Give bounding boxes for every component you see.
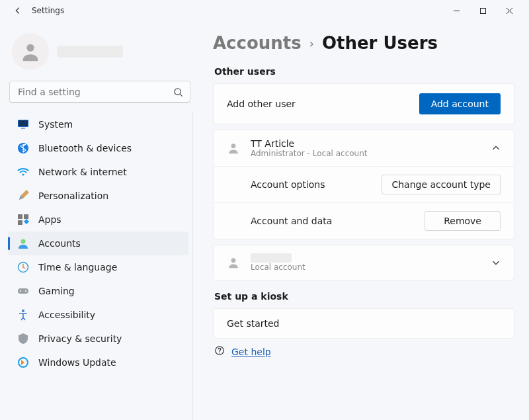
svg-rect-10 <box>18 220 22 225</box>
sidebar-item-accessibility[interactable]: Accessibility <box>8 303 188 327</box>
svg-rect-5 <box>21 128 25 129</box>
user-subtitle: Local account <box>251 263 305 272</box>
sidebar-item-network[interactable]: Network & internet <box>8 160 188 184</box>
sidebar-item-privacy[interactable]: Privacy & security <box>8 327 188 351</box>
sidebar-item-label: Time & language <box>38 262 117 273</box>
user-name: TT Article <box>251 138 367 149</box>
minimize-button[interactable] <box>443 1 469 20</box>
svg-rect-0 <box>480 8 485 13</box>
person-icon <box>227 256 240 269</box>
sidebar-item-label: Gaming <box>38 286 75 296</box>
user-subtitle: Administrator - Local account <box>251 149 367 158</box>
sidebar-item-system[interactable]: System <box>8 112 188 136</box>
sidebar-item-gaming[interactable]: Gaming <box>8 279 188 303</box>
search-icon <box>173 87 183 97</box>
sidebar-item-personalization[interactable]: Personalization <box>8 184 188 208</box>
svg-point-1 <box>26 44 34 52</box>
person-icon <box>19 40 42 63</box>
user-row-second[interactable]: Local account <box>214 245 514 280</box>
remove-button[interactable]: Remove <box>425 211 501 231</box>
sidebar-item-label: Privacy & security <box>38 333 122 344</box>
bluetooth-icon <box>17 142 29 154</box>
sidebar-item-bluetooth[interactable]: Bluetooth & devices <box>8 136 188 160</box>
sidebar-item-label: Accounts <box>38 238 81 249</box>
svg-point-19 <box>231 258 236 263</box>
display-icon <box>17 118 29 130</box>
svg-point-16 <box>22 310 24 312</box>
accounts-icon <box>17 237 29 249</box>
user-row-tt-article[interactable]: TT Article Administrator - Local account <box>214 130 514 166</box>
change-account-type-button[interactable]: Change account type <box>382 175 501 194</box>
sidebar-item-label: Accessibility <box>38 310 95 320</box>
clock-globe-icon <box>17 261 29 273</box>
profile-name-redacted <box>57 46 123 58</box>
svg-rect-8 <box>18 214 22 219</box>
accessibility-icon <box>17 309 29 321</box>
profile-header[interactable] <box>8 28 193 81</box>
sidebar-item-label: Windows Update <box>38 357 116 368</box>
page-title: Other Users <box>322 33 438 53</box>
kiosk-label: Get started <box>227 318 280 329</box>
sidebar-item-label: Personalization <box>38 190 108 201</box>
sidebar-item-label: Network & internet <box>38 167 127 177</box>
add-account-button[interactable]: Add account <box>419 93 501 114</box>
gamepad-icon <box>17 285 29 297</box>
svg-rect-4 <box>19 120 28 126</box>
add-other-user-label: Add other user <box>227 99 296 109</box>
section-kiosk: Set up a kiosk <box>214 291 514 302</box>
window-title: Settings <box>32 6 64 15</box>
breadcrumb-root[interactable]: Accounts <box>213 33 302 53</box>
svg-rect-13 <box>18 288 28 294</box>
maximize-button[interactable] <box>469 1 496 20</box>
sidebar-item-label: Bluetooth & devices <box>38 143 132 153</box>
avatar <box>12 33 49 70</box>
shield-icon <box>17 333 29 345</box>
close-button[interactable] <box>496 1 522 20</box>
svg-point-21 <box>219 353 220 353</box>
maximize-icon <box>479 7 487 15</box>
update-icon <box>17 357 29 368</box>
sidebar-item-label: Apps <box>38 214 61 225</box>
apps-icon <box>17 214 29 226</box>
svg-point-15 <box>25 290 26 292</box>
help-icon <box>214 345 225 358</box>
svg-rect-9 <box>24 214 28 219</box>
chevron-down-icon <box>491 258 501 267</box>
person-icon <box>227 142 240 155</box>
close-icon <box>506 7 513 15</box>
svg-point-18 <box>231 144 236 148</box>
account-options-label: Account options <box>251 179 325 190</box>
account-and-data-label: Account and data <box>251 216 332 226</box>
sidebar-item-accounts[interactable]: Accounts <box>8 231 188 255</box>
sidebar-item-apps[interactable]: Apps <box>8 208 188 231</box>
svg-point-2 <box>175 88 181 94</box>
user-name-redacted <box>251 253 292 263</box>
search-input[interactable] <box>17 86 173 98</box>
search-settings[interactable] <box>9 81 190 103</box>
chevron-up-icon <box>491 144 501 153</box>
sidebar-item-windows-update[interactable]: Windows Update <box>8 351 188 374</box>
kiosk-get-started[interactable]: Get started <box>214 309 514 338</box>
sidebar-item-time[interactable]: Time & language <box>8 255 188 279</box>
breadcrumb: Accounts › Other Users <box>213 33 514 53</box>
section-other-users: Other users <box>214 66 514 77</box>
chevron-right-icon: › <box>309 36 314 50</box>
minimize-icon <box>453 7 460 15</box>
sidebar-item-label: System <box>38 119 73 130</box>
svg-point-14 <box>20 290 21 292</box>
arrow-left-icon <box>13 6 22 15</box>
svg-point-11 <box>21 239 26 244</box>
svg-point-7 <box>22 174 24 176</box>
paintbrush-icon <box>17 190 29 202</box>
back-button[interactable] <box>13 6 22 15</box>
wifi-icon <box>17 166 29 178</box>
get-help-link[interactable]: Get help <box>231 347 271 357</box>
